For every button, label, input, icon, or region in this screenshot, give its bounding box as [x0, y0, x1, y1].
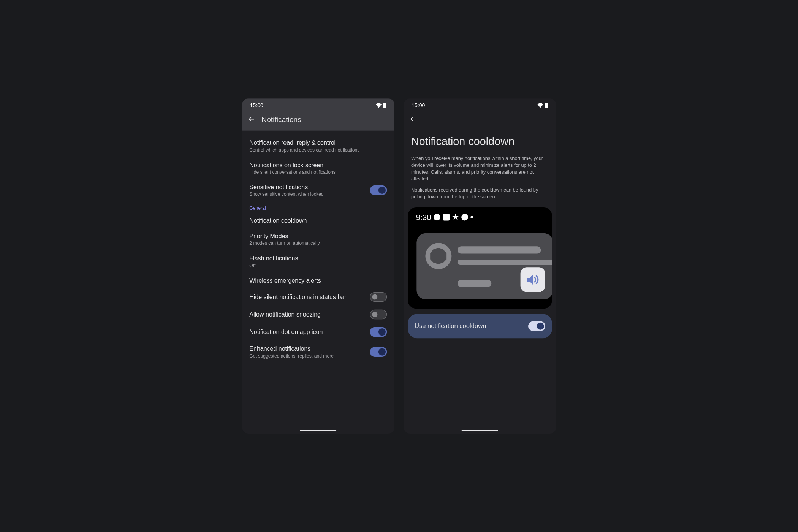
speaker-icon	[525, 272, 540, 287]
appbar: Notifications	[242, 112, 394, 131]
toggle-hide-silent-notifications[interactable]	[370, 292, 387, 302]
item-title: Notifications on lock screen	[249, 161, 387, 169]
item-subtitle: Control which apps and devices can read …	[249, 147, 387, 153]
cooldown-preview-illustration: 9:30	[408, 207, 552, 309]
page-description-1: When you receive many notifications with…	[404, 152, 556, 182]
item-title: Flash notifications	[249, 254, 387, 262]
status-icons	[375, 103, 386, 108]
item-enhanced-notifications[interactable]: Enhanced notifications Get suggested act…	[249, 341, 387, 363]
preview-time: 9:30	[416, 213, 431, 222]
arrow-left-icon	[248, 116, 255, 122]
status-time: 15:00	[250, 102, 263, 108]
svg-rect-1	[384, 103, 385, 103]
item-notification-dot[interactable]: Notification dot on app icon	[249, 323, 387, 341]
preview-status-icon	[461, 214, 468, 221]
toggle-allow-notification-snoozing[interactable]	[370, 310, 387, 320]
item-flash-notifications[interactable]: Flash notifications Off	[249, 250, 387, 272]
item-subtitle: Hide silent conversations and notificati…	[249, 169, 387, 176]
preview-status-icon	[434, 214, 440, 221]
appbar	[404, 112, 556, 126]
preview-statusbar: 9:30	[408, 207, 552, 227]
item-notification-cooldown[interactable]: Notification cooldown	[249, 212, 387, 228]
preview-status-icon	[452, 214, 459, 221]
nav-indicator[interactable]	[462, 430, 498, 431]
item-subtitle: Get suggested actions, replies, and more	[249, 353, 370, 359]
item-title: Enhanced notifications	[249, 345, 370, 353]
use-notification-cooldown-row[interactable]: Use notification cooldown	[408, 314, 552, 338]
preview-notification-card	[416, 233, 552, 299]
nav-indicator[interactable]	[300, 430, 336, 431]
svg-rect-0	[383, 103, 386, 108]
appbar-container: 15:00 Notifications	[242, 98, 394, 130]
item-title: Sensitive notifications	[249, 183, 370, 191]
battery-icon	[383, 103, 386, 108]
item-title: Hide silent notifications in status bar	[249, 293, 370, 301]
page-title: Notification cooldown	[404, 126, 556, 152]
item-title: Notification dot on app icon	[249, 328, 370, 336]
primary-toggle-label: Use notification cooldown	[415, 322, 528, 330]
preview-text-line	[458, 246, 541, 253]
status-time: 15:00	[412, 102, 425, 108]
item-title: Notification read, reply & control	[249, 139, 387, 147]
toggle-enhanced-notifications[interactable]	[370, 347, 387, 357]
item-wireless-emergency-alerts[interactable]: Wireless emergency alerts	[249, 272, 387, 288]
toggle-use-notification-cooldown[interactable]	[528, 321, 545, 331]
status-bar: 15:00	[242, 98, 394, 112]
svg-rect-2	[545, 103, 548, 108]
settings-list: Notification read, reply & control Contr…	[242, 130, 394, 433]
item-title: Priority Modes	[249, 232, 387, 240]
section-header-general: General	[249, 201, 387, 212]
item-sensitive-notifications[interactable]: Sensitive notifications Show sensitive c…	[249, 179, 387, 201]
item-title: Wireless emergency alerts	[249, 277, 387, 285]
item-subtitle: Off	[249, 263, 387, 269]
item-title: Notification cooldown	[249, 217, 387, 225]
svg-rect-3	[546, 103, 547, 103]
appbar-title: Notifications	[261, 116, 301, 124]
toggle-sensitive-notifications[interactable]	[370, 185, 387, 195]
item-subtitle: 2 modes can turn on automatically	[249, 241, 387, 247]
preview-status-icon	[470, 216, 473, 218]
item-notifications-on-lock-screen[interactable]: Notifications on lock screen Hide silent…	[249, 157, 387, 179]
item-title: Allow notification snoozing	[249, 310, 370, 318]
back-button[interactable]	[248, 116, 255, 123]
wifi-icon	[375, 103, 381, 108]
toggle-notification-dot[interactable]	[370, 327, 387, 337]
item-allow-notification-snoozing[interactable]: Allow notification snoozing	[249, 306, 387, 323]
item-subtitle: Show sensitive content when locked	[249, 192, 370, 198]
battery-icon	[545, 103, 548, 108]
wifi-icon	[537, 103, 543, 108]
item-notification-read-reply-control[interactable]: Notification read, reply & control Contr…	[249, 135, 387, 157]
preview-text-line	[458, 260, 552, 265]
back-button[interactable]	[410, 116, 416, 123]
page-description-2: Notifications received during the cooldo…	[404, 182, 556, 200]
status-icons	[537, 103, 548, 108]
item-hide-silent-notifications[interactable]: Hide silent notifications in status bar	[249, 288, 387, 306]
status-bar: 15:00	[404, 98, 556, 112]
phone-notifications-settings: 15:00 Notifications Notification read, r…	[242, 98, 394, 434]
preview-status-icon	[443, 214, 450, 221]
phone-notification-cooldown: 15:00 Notification cooldown When you rec…	[404, 98, 556, 434]
item-priority-modes[interactable]: Priority Modes 2 modes can turn on autom…	[249, 228, 387, 250]
preview-sound-badge	[520, 267, 545, 292]
preview-text-line	[458, 280, 492, 287]
preview-avatar-icon	[425, 243, 451, 269]
arrow-left-icon	[410, 116, 416, 122]
